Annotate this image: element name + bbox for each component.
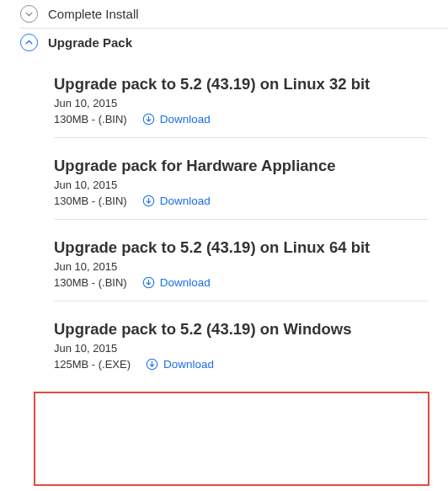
item-meta: 130MB - (.BIN) xyxy=(54,276,127,289)
section-upgrade-pack[interactable]: Upgrade Pack xyxy=(0,29,448,56)
item-title: Upgrade pack to 5.2 (43.19) on Windows xyxy=(54,320,428,339)
highlight-box xyxy=(34,392,429,486)
list-item: Upgrade pack for Hardware Appliance Jun … xyxy=(54,138,428,220)
item-meta: 130MB - (.BIN) xyxy=(54,113,127,125)
download-link[interactable]: Download xyxy=(142,195,211,207)
download-icon xyxy=(142,195,155,207)
download-link[interactable]: Download xyxy=(142,113,211,125)
item-date: Jun 10, 2015 xyxy=(54,342,428,355)
item-meta: 125MB - (.EXE) xyxy=(54,358,131,371)
chevron-down-icon xyxy=(20,5,38,23)
list-item: Upgrade pack to 5.2 (43.19) on Linux 32 … xyxy=(54,56,428,138)
item-date: Jun 10, 2015 xyxy=(54,97,428,109)
section-complete-install[interactable]: Complete Install xyxy=(0,0,448,28)
item-meta: 130MB - (.BIN) xyxy=(54,195,127,207)
list-item: Upgrade pack to 5.2 (43.19) on Linux 64 … xyxy=(54,220,428,302)
download-label: Download xyxy=(163,358,214,371)
list-item: Upgrade pack to 5.2 (43.19) on Windows J… xyxy=(54,302,428,382)
item-title: Upgrade pack for Hardware Appliance xyxy=(54,157,428,175)
item-title: Upgrade pack to 5.2 (43.19) on Linux 64 … xyxy=(54,238,428,257)
download-link[interactable]: Download xyxy=(142,276,211,289)
download-icon xyxy=(142,276,155,289)
download-link[interactable]: Download xyxy=(146,358,214,371)
download-label: Download xyxy=(160,113,211,125)
download-icon xyxy=(142,113,155,125)
item-title: Upgrade pack to 5.2 (43.19) on Linux 32 … xyxy=(54,75,428,93)
item-date: Jun 10, 2015 xyxy=(54,260,428,273)
section-title-upgrade-pack: Upgrade Pack xyxy=(48,35,132,50)
download-label: Download xyxy=(160,195,211,207)
chevron-up-icon xyxy=(20,34,38,51)
section-title-complete-install: Complete Install xyxy=(48,7,139,21)
download-icon xyxy=(146,358,158,371)
item-date: Jun 10, 2015 xyxy=(54,179,428,191)
download-label: Download xyxy=(160,276,211,289)
